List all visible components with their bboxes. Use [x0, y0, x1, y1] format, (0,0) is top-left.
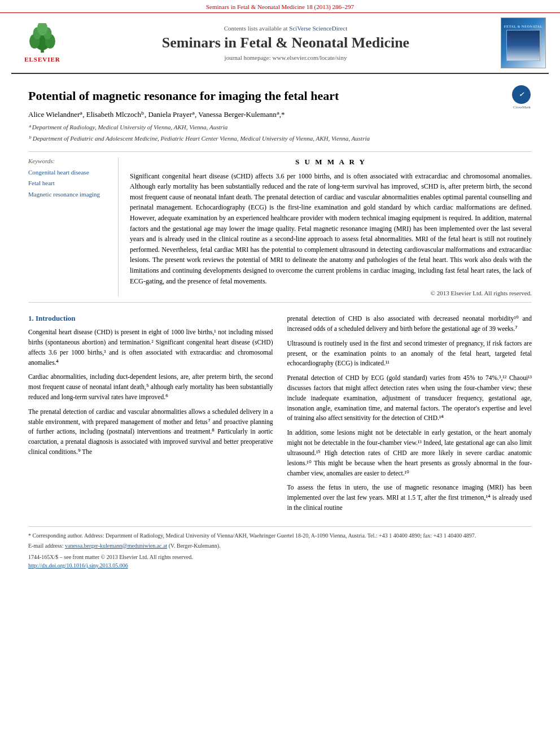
doi-line: http://dx.doi.org/10.1016/j.siny.2013.05… — [28, 561, 532, 570]
journal-cover-area: FETAL & NEONATAL — [498, 18, 549, 68]
journal-citation: Seminars in Fetal & Neonatal Medicine 18… — [206, 3, 354, 10]
footnote-corresponding: * Corresponding author. Address: Departm… — [28, 531, 532, 540]
summary-text: Significant congenital heart disease (sC… — [130, 171, 532, 287]
footnote-email: E-mail address: vanessa.berger-kulemann@… — [28, 541, 532, 550]
page: Seminars in Fetal & Neonatal Medicine 18… — [0, 0, 560, 747]
affiliation-b: ᵇ Department of Pediatric and Adolescent… — [28, 134, 506, 143]
intro-para-6: Prenatal detection of CHD by ECG (gold s… — [287, 373, 532, 423]
issn-line: 1744-165X/$ – see front matter © 2013 El… — [28, 553, 532, 561]
right-column: prenatal detection of CHD is also associ… — [287, 314, 532, 518]
footnote-email-link[interactable]: vanessa.berger-kulemann@meduniwien.ac.at — [65, 543, 167, 549]
keyword-3: Magnetic resonance imaging — [28, 189, 110, 200]
body-section: 1. Introduction Congenital heart disease… — [28, 314, 532, 518]
intro-para-7: In addition, some lesions might not be d… — [287, 428, 532, 478]
main-content: Potential of magnetic resonance for imag… — [0, 74, 560, 583]
elsevier-logo: ELSEVIER — [23, 23, 62, 63]
keywords-column: Keywords: Congenital heart disease Fetal… — [28, 158, 119, 297]
intro-para-2: Cardiac abnormalities, including duct-de… — [28, 372, 273, 402]
elsevier-tree-icon — [23, 23, 62, 54]
author-names: Alice Wielandnerᵃ, Elisabeth Mlczochᵇ, D… — [28, 110, 285, 119]
footnotes-section: * Corresponding author. Address: Departm… — [28, 526, 532, 570]
intro-para-5: Ultrasound is routinely used in the firs… — [287, 339, 532, 369]
intro-para-3: The prenatal detection of cardiac and va… — [28, 407, 273, 457]
elsevier-brand: ELSEVIER — [24, 56, 60, 63]
doi-link[interactable]: http://dx.doi.org/10.1016/j.siny.2013.05… — [28, 562, 128, 569]
journal-citation-bar: Seminars in Fetal & Neonatal Medicine 18… — [0, 0, 560, 13]
intro-para-1: Congenital heart disease (CHD) is presen… — [28, 327, 273, 368]
keyword-1: Congenital heart disease — [28, 167, 110, 178]
crossmark-badge: ✓ CrossMark — [512, 85, 532, 105]
affiliation-a: ᵃ Department of Radiology, Medical Unive… — [28, 123, 506, 132]
intro-para-8: To assess the fetus in utero, the use of… — [287, 483, 532, 513]
keyword-2: Fetal heart — [28, 178, 110, 189]
journal-title-area: Contents lists available at SciVerse Sci… — [73, 18, 498, 68]
journal-header: ELSEVIER Contents lists available at Sci… — [11, 13, 549, 74]
elsevier-logo-area: ELSEVIER — [11, 18, 73, 68]
journal-cover-image: FETAL & NEONATAL — [501, 18, 546, 68]
keywords-summary-section: Keywords: Congenital heart disease Fetal… — [28, 158, 532, 297]
copyright-notice: © 2013 Elsevier Ltd. All rights reserved… — [130, 290, 532, 296]
journal-title: Seminars in Fetal & Neonatal Medicine — [162, 34, 409, 51]
crossmark-icon: ✓ — [512, 85, 531, 104]
article-title: Potential of magnetic resonance for imag… — [28, 88, 506, 104]
journal-homepage: journal homepage: www.elsevier.com/locat… — [225, 54, 347, 61]
section-intro-title: 1. Introduction — [28, 314, 273, 323]
intro-para-4: prenatal detection of CHD is also associ… — [287, 314, 532, 334]
keywords-label: Keywords: — [28, 158, 110, 164]
left-column: 1. Introduction Congenital heart disease… — [28, 314, 273, 518]
keywords-list: Congenital heart disease Fetal heart Mag… — [28, 167, 110, 200]
authors-line: Alice Wielandnerᵃ, Elisabeth Mlczochᵇ, D… — [28, 110, 506, 119]
sciverse-line: Contents lists available at SciVerse Sci… — [224, 25, 347, 32]
summary-title: S U M M A R Y — [130, 158, 532, 167]
summary-column: S U M M A R Y Significant congenital hea… — [130, 158, 532, 297]
divider-1 — [28, 151, 532, 152]
sciverse-link[interactable]: SciVerse ScienceDirect — [289, 25, 347, 32]
divider-2 — [28, 302, 532, 303]
